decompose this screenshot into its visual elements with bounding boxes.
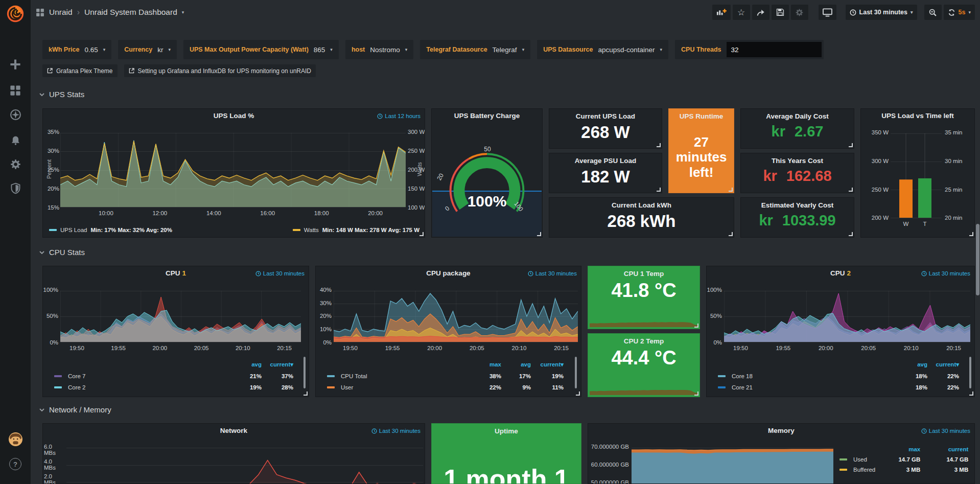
panel-title[interactable]: CPU 1 Temp	[590, 270, 697, 278]
panel-time-range[interactable]: Last 30 minutes	[371, 428, 421, 434]
star-button[interactable]: ☆	[733, 5, 750, 20]
panel-title[interactable]: Average Daily Cost	[743, 112, 852, 120]
variable-ups-datasource[interactable]: UPS Datasourceapcupsd-container▾	[537, 40, 668, 59]
share-button[interactable]	[752, 5, 769, 20]
panel-time-range[interactable]: Last 30 minutes	[921, 428, 970, 434]
legend-series-name[interactable]: Core 2	[64, 384, 232, 390]
chart-area[interactable]	[334, 291, 578, 342]
legend-series-name[interactable]: Buffered	[850, 467, 875, 473]
variable-ups-max-output[interactable]: UPS Max Output Power Capacity (Watt)865▾	[183, 40, 339, 59]
section-network-memory[interactable]: Network / Memory	[39, 405, 111, 414]
legend-ups-load[interactable]: UPS Load Min: 17% Max: 32% Avg: 20%	[49, 227, 172, 233]
panel-time-range[interactable]: Last 30 minutes	[255, 270, 305, 276]
panel-title[interactable]: Memory	[609, 427, 954, 434]
panel-resize-handle[interactable]	[419, 232, 424, 236]
panel-resize-handle[interactable]	[729, 232, 733, 236]
legend-scrollbar[interactable]	[304, 357, 306, 388]
breadcrumb-page-title[interactable]: Unraid System Dashboard	[84, 8, 177, 17]
panel-title[interactable]: Current UPS Load	[551, 112, 660, 120]
page-scrollbar[interactable]	[976, 224, 979, 295]
panel-title[interactable]: Network	[63, 427, 404, 434]
legend-header-current[interactable]: current▾	[262, 361, 293, 368]
panel-resize-handle[interactable]	[849, 188, 853, 192]
breadcrumb-folder[interactable]: Unraid	[49, 8, 73, 17]
battery-gauge[interactable]	[432, 109, 542, 237]
panel-title[interactable]: CPU 1	[63, 269, 288, 277]
chart-area[interactable]	[724, 291, 970, 342]
zoom-out-button[interactable]	[924, 5, 942, 20]
memory-chart[interactable]	[632, 439, 833, 484]
legend-header-avg[interactable]: avg	[232, 361, 262, 367]
legend-series-name[interactable]: Core 18	[728, 373, 898, 379]
panel-resize-handle[interactable]	[694, 324, 698, 328]
legend-scrollbar[interactable]	[969, 357, 971, 388]
panel-resize-handle[interactable]	[969, 232, 973, 236]
panel-resize-handle[interactable]	[304, 391, 308, 396]
chart-area[interactable]	[66, 439, 423, 484]
panel-time-range[interactable]: Last 12 hours	[377, 113, 421, 119]
panel-title[interactable]: Average PSU Load	[551, 157, 660, 165]
panel-time-range[interactable]: Last 30 minutes	[528, 270, 577, 276]
panel-resize-handle[interactable]	[849, 232, 853, 236]
cpu1-chart[interactable]	[60, 291, 301, 342]
chart-area[interactable]	[60, 291, 301, 342]
cpu-threads-input[interactable]	[727, 42, 822, 57]
panel-title[interactable]: Estimated Yearly Cost	[743, 201, 852, 209]
variable-host[interactable]: hostNostromo▾	[345, 40, 413, 59]
ups-load-chart[interactable]	[60, 133, 406, 207]
legend-series-name[interactable]: User	[337, 384, 469, 390]
user-avatar[interactable]	[0, 432, 31, 446]
panel-resize-handle[interactable]	[969, 391, 973, 396]
legend-header-max[interactable]: max	[469, 361, 501, 367]
section-ups-stats[interactable]: UPS Stats	[39, 90, 84, 99]
legend-header-max[interactable]: max	[875, 446, 920, 452]
variable-kwh-price[interactable]: kWh Price0.65▾	[42, 40, 111, 59]
panel-resize-handle[interactable]	[576, 391, 580, 396]
variable-currency[interactable]: Currencykr▾	[118, 40, 177, 59]
panel-resize-handle[interactable]	[537, 232, 541, 236]
link-grafana-plex-theme[interactable]: Grafana Plex Theme	[42, 64, 118, 77]
legend-header-current[interactable]: current	[920, 446, 968, 452]
panel-resize-handle[interactable]	[657, 188, 661, 192]
dashboards-icon[interactable]	[0, 85, 31, 96]
legend-header-current[interactable]: current▾	[531, 361, 564, 368]
server-admin-shield-icon[interactable]	[0, 182, 31, 194]
legend-series-name[interactable]: CPU Total	[337, 373, 469, 379]
refresh-button[interactable]: 5s ▾	[944, 5, 975, 20]
dashboard-picker-caret-icon[interactable]: ▾	[182, 10, 184, 15]
load-vs-time-bars[interactable]	[891, 133, 942, 218]
panel-resize-handle[interactable]	[657, 143, 661, 147]
legend-watts[interactable]: Watts Min: 148 W Max: 278 W Avg: 175 W	[293, 227, 419, 233]
help-icon[interactable]: ?	[0, 458, 31, 470]
panel-time-range[interactable]: Last 30 minutes	[921, 270, 970, 276]
panel-resize-handle[interactable]	[694, 391, 698, 396]
network-chart[interactable]	[66, 439, 423, 484]
panel-title[interactable]: CPU 2 Temp	[590, 337, 697, 345]
panel-title[interactable]: UPS Load %	[63, 112, 404, 120]
save-button[interactable]	[772, 5, 789, 20]
panel-title[interactable]: UPS Runtime	[671, 112, 732, 120]
panel-title[interactable]: This Years Cost	[743, 157, 852, 165]
section-cpu-stats[interactable]: CPU Stats	[39, 248, 85, 257]
link-ups-monitoring-guide[interactable]: Setting up Grafana and InfluxDB for UPS …	[124, 64, 316, 77]
time-range-button[interactable]: Last 30 minutes ▾	[846, 5, 917, 20]
dashboard-settings-button[interactable]	[791, 5, 808, 20]
cycle-view-button[interactable]	[819, 5, 836, 20]
alerting-icon[interactable]	[0, 134, 31, 146]
refresh-interval[interactable]: 5s	[959, 9, 966, 16]
add-panel-button[interactable]	[712, 5, 731, 20]
panel-resize-handle[interactable]	[849, 143, 853, 147]
chart-area[interactable]	[632, 439, 833, 484]
legend-header-avg[interactable]: avg	[501, 361, 531, 367]
configuration-gear-icon[interactable]	[0, 158, 31, 170]
legend-series-name[interactable]: Core 21	[728, 384, 898, 390]
legend-header-current[interactable]: current▾	[927, 361, 959, 368]
create-icon[interactable]	[0, 59, 31, 70]
panel-resize-handle[interactable]	[729, 188, 733, 192]
legend-series-name[interactable]: Used	[850, 456, 875, 463]
panel-title[interactable]: UPS Load vs Time left	[865, 112, 970, 120]
panel-title[interactable]: CPU package	[336, 269, 561, 277]
grafana-logo[interactable]	[0, 4, 31, 24]
cpu2-chart[interactable]	[724, 291, 970, 342]
cpu-package-chart[interactable]	[334, 291, 578, 342]
